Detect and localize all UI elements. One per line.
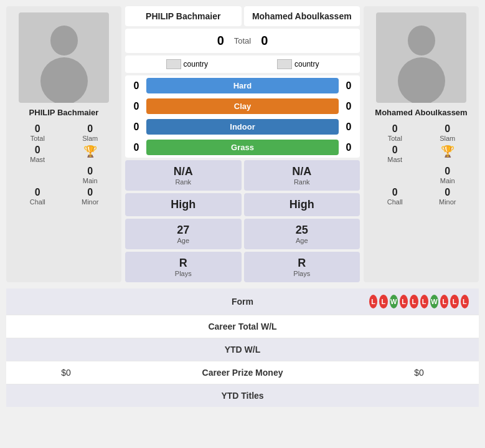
country-row: country country [125,55,360,73]
ytd-wl-label: YTD W/L [116,345,369,355]
right-country-label: country [294,60,319,69]
right-age-label: Age [249,237,356,244]
bottom-section: Form L L W L L L W L L L Career Total W [6,288,479,407]
hard-row: 0 Hard 0 [125,75,360,96]
grass-left-score: 0 [130,142,143,153]
right-rank-label: Rank [249,178,356,186]
form-badges: L L W L L L W L L L [369,295,469,308]
right-minor-label: Minor [423,198,473,206]
career-prize-left: $0 [16,368,116,378]
right-mast-value: 0 [370,145,420,156]
main-container: PHILIP Bachmaier 0 Total 0 Slam 0 Mast 🏆 [0,0,485,407]
left-minor-value: 0 [65,187,116,198]
clay-left-score: 0 [130,101,143,112]
left-chall-value: 0 [12,187,63,198]
right-age-value: 25 [249,224,356,237]
right-rank-box: N/A Rank [244,160,360,191]
right-total-stat: 0 Total [370,123,420,142]
right-mast-label: Mast [370,156,420,163]
left-high-value: High [130,198,237,211]
left-country: country [131,59,243,69]
info-section: N/A Rank High 27 Age R Plays [125,160,360,282]
left-trophy-icon-cell: 🏆 [65,145,116,163]
middle-panel: PHILIP Bachmaier Mohamed Aboulkassem 0 T… [125,6,360,282]
form-badge-9: L [450,295,458,308]
career-prize-right: $0 [369,368,469,378]
total-left-score: 0 [217,34,224,48]
clay-right-score: 0 [342,101,355,112]
grass-right-score: 0 [342,142,355,153]
hard-right-score: 0 [342,80,355,92]
ytd-titles-row: YTD Titles [6,384,479,407]
indoor-btn: Indoor [146,119,339,135]
right-chall-value: 0 [370,187,420,198]
left-plays-value: R [130,257,237,270]
left-main-label: Main [65,177,116,184]
left-total-value: 0 [12,123,63,135]
hard-btn: Hard [146,78,339,93]
left-high-box: High [125,193,242,216]
left-rank-value: N/A [130,165,237,178]
left-plays-label: Plays [130,270,237,277]
form-label: Form [116,297,369,307]
left-info-col: N/A Rank High 27 Age R Plays [125,160,242,282]
right-stats-grid: 0 Total 0 Slam 0 Mast 🏆 0 Main [370,123,473,206]
left-flag-icon [166,59,181,69]
left-name-header: PHILIP Bachmaier [125,6,242,26]
left-player-name: PHILIP Bachmaier [29,108,99,117]
right-slam-value: 0 [423,123,473,135]
form-badge-3: W [390,295,398,308]
left-slam-label: Slam [65,135,116,142]
form-badge-2: L [379,295,387,308]
grass-row: 0 Grass 0 [125,137,360,158]
right-main-value: 0 [423,166,473,177]
form-badge-8: L [440,295,448,308]
left-chall-stat: 0 Chall [12,187,63,206]
svg-point-2 [408,26,435,55]
players-row: PHILIP Bachmaier 0 Total 0 Slam 0 Mast 🏆 [0,0,485,288]
right-plays-label: Plays [249,270,356,277]
form-badge-1: L [369,295,377,308]
right-trophy-icon: 🏆 [423,145,473,158]
right-main-stat: 0 Main [423,166,473,184]
left-minor-stat: 0 Minor [65,187,116,206]
right-total-value: 0 [370,123,420,135]
right-player-name: Mohamed Aboulkassem [375,108,467,117]
left-name-header-text: PHILIP Bachmaier [130,11,237,21]
player-names-header: PHILIP Bachmaier Mohamed Aboulkassem [125,6,360,26]
right-main-label: Main [423,177,473,184]
form-badge-6: L [420,295,428,308]
left-main-value: 0 [65,166,116,177]
right-country: country [243,59,354,69]
right-chall-label: Chall [370,198,420,206]
left-age-value: 27 [130,224,237,237]
total-row: 0 Total 0 [125,29,360,53]
right-avatar [376,12,466,103]
right-chall-stat: 0 Chall [370,187,420,206]
total-right-score: 0 [261,34,268,48]
right-total-label: Total [370,135,420,142]
ytd-wl-row: YTD W/L [6,338,479,361]
form-badge-10: L [461,295,469,308]
career-prize-label: Career Prize Money [116,368,369,378]
grass-btn: Grass [146,140,339,155]
form-badge-5: L [410,295,418,308]
form-badges-container: L L W L L L W L L L [369,295,469,308]
left-stats-grid: 0 Total 0 Slam 0 Mast 🏆 0 Main [12,123,115,206]
right-rank-value: N/A [249,165,356,178]
right-minor-stat: 0 Minor [423,187,473,206]
right-high-value: High [249,198,356,211]
right-slam-label: Slam [423,135,473,142]
left-age-box: 27 Age [125,219,242,249]
right-minor-value: 0 [423,187,473,198]
svg-point-3 [398,57,445,103]
left-avatar [19,12,109,103]
left-chall-label: Chall [12,198,63,206]
left-plays-box: R Plays [125,252,242,282]
ytd-titles-label: YTD Titles [116,391,369,401]
clay-row: 0 Clay 0 [125,96,360,117]
form-badge-7: W [430,295,438,308]
career-total-label: Career Total W/L [116,322,369,331]
indoor-left-score: 0 [130,122,143,133]
left-player-card: PHILIP Bachmaier 0 Total 0 Slam 0 Mast 🏆 [6,6,121,282]
